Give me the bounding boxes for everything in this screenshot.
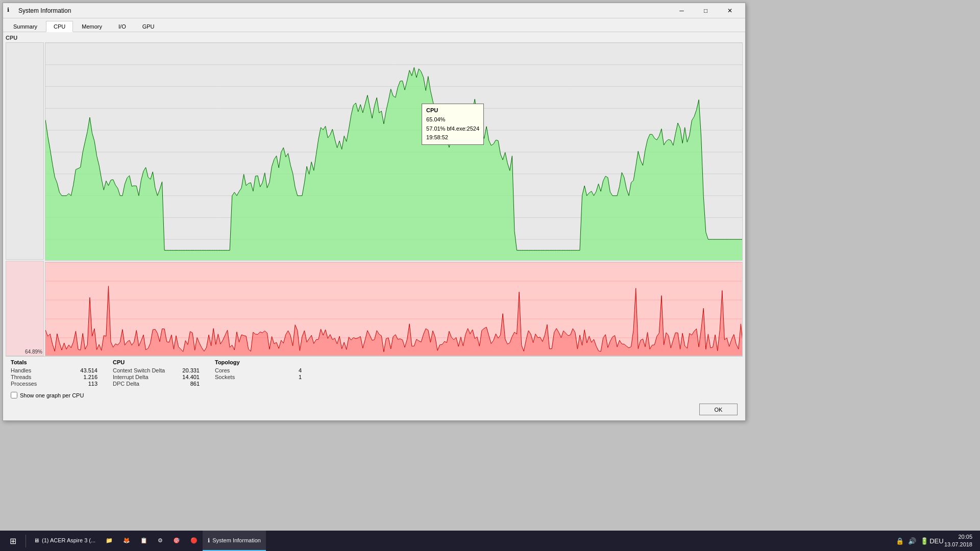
show-one-graph-label: Show one graph per CPU: [20, 392, 84, 398]
taskbar-tray: 🔒 🔊 🔋 DEU 20:05 13.07.2018: [895, 533, 977, 549]
tray-icon-audio[interactable]: 🔊: [907, 536, 917, 546]
tab-bar: Summary CPU Memory I/O GPU: [3, 18, 745, 32]
tab-io[interactable]: I/O: [111, 21, 134, 32]
cpu-stats-section: CPU Context Switch Delta 20.331 Interrup…: [113, 359, 200, 387]
handles-value: 43.514: [72, 367, 97, 373]
window-icon: ℹ: [7, 7, 15, 15]
cpu-section-label: CPU: [6, 35, 743, 41]
taskbar-item-settings[interactable]: ⚙: [153, 531, 168, 551]
show-one-graph-checkbox[interactable]: [11, 392, 17, 398]
window-title: System Information: [18, 7, 670, 14]
tray-icon-lang[interactable]: DEU: [932, 536, 942, 546]
percent-label: 64.89%: [25, 349, 42, 355]
threads-value: 1.216: [72, 374, 97, 380]
taskbar-separator-1: [26, 535, 26, 547]
ok-button[interactable]: OK: [699, 404, 738, 415]
cores-value: 4: [276, 367, 302, 373]
title-bar: ℹ System Information ─ □ ✕: [3, 3, 745, 18]
sockets-label: Sockets: [215, 374, 271, 380]
tab-memory[interactable]: Memory: [74, 21, 110, 32]
taskbar-item-acer-label: (1) ACER Aspire 3 (...: [42, 537, 95, 543]
dpc-label: DPC Delta: [113, 381, 169, 387]
taskbar-item-notepad[interactable]: 📋: [135, 531, 153, 551]
taskbar-item-bf4-icon: 🎯: [173, 537, 180, 544]
dpc-value: 861: [174, 381, 200, 387]
context-switch-row: Context Switch Delta 20.331: [113, 367, 200, 373]
cpu-stats-title: CPU: [113, 359, 200, 365]
sockets-value: 1: [276, 374, 302, 380]
cores-row: Cores 4: [215, 367, 302, 373]
tray-icons: 🔒 🔊 🔋 DEU: [895, 536, 942, 546]
processes-value: 113: [72, 381, 97, 387]
interrupt-value: 14.401: [174, 374, 200, 380]
tray-icon-network[interactable]: 🔒: [895, 536, 905, 546]
totals-section: Totals Handles 43.514 Threads 1.216 Proc…: [11, 359, 97, 387]
threads-label: Threads: [11, 374, 67, 380]
system-information-window: ℹ System Information ─ □ ✕ Summary CPU M…: [3, 3, 746, 421]
tab-cpu[interactable]: CPU: [46, 21, 73, 32]
processes-row: Processes 113: [11, 381, 97, 387]
interrupt-row: Interrupt Delta 14.401: [113, 374, 200, 380]
taskbar-item-settings-icon: ⚙: [158, 537, 163, 544]
taskbar-item-notepad-icon: 📋: [140, 537, 148, 544]
close-button[interactable]: ✕: [718, 3, 741, 18]
start-button[interactable]: ⊞: [3, 531, 23, 551]
taskbar-item-bf4[interactable]: 🎯: [168, 531, 185, 551]
y-axis-bottom: 64.89%: [6, 261, 44, 357]
sockets-row: Sockets 1: [215, 374, 302, 380]
totals-title: Totals: [11, 359, 97, 365]
tray-lang-label: DEU: [929, 537, 943, 545]
taskbar-item-explorer[interactable]: 📁: [101, 531, 118, 551]
y-axis-main: [6, 42, 44, 260]
taskbar-items: 🖥 (1) ACER Aspire 3 (... 📁 🦊 📋 ⚙ 🎯 🔴 ℹ S…: [29, 531, 895, 551]
taskbar-item-sysinfo-icon: ℹ: [208, 537, 210, 544]
context-switch-value: 20.331: [174, 367, 200, 373]
taskbar-item-vlc-icon: 🔴: [190, 537, 198, 544]
charts-container: CPU 65.04% 57.01% bf4.exe:2524 19:58:52: [45, 42, 743, 356]
cores-label: Cores: [215, 367, 271, 373]
maximize-button[interactable]: □: [694, 3, 717, 18]
graph-area: 64.89% CPU 65.04% 57.01% bf4.exe:2524 19…: [6, 42, 743, 356]
content-area: CPU 64.89% CPU: [3, 32, 745, 420]
context-switch-label: Context Switch Delta: [113, 367, 169, 373]
dpc-row: DPC Delta 861: [113, 381, 200, 387]
processes-label: Processes: [11, 381, 67, 387]
title-bar-buttons: ─ □ ✕: [670, 3, 741, 18]
checkbox-row: Show one graph per CPU: [6, 389, 743, 401]
interrupt-chart: [45, 262, 743, 356]
clock-time: 20:05: [944, 533, 972, 541]
taskbar-item-sysinfo[interactable]: ℹ System Information: [203, 531, 266, 551]
info-panel: Totals Handles 43.514 Threads 1.216 Proc…: [6, 356, 743, 389]
ok-area: OK: [6, 401, 743, 418]
taskbar-item-explorer-icon: 📁: [106, 537, 113, 544]
handles-label: Handles: [11, 367, 67, 373]
taskbar-item-vlc[interactable]: 🔴: [185, 531, 203, 551]
tab-gpu[interactable]: GPU: [135, 21, 162, 32]
main-cpu-chart: CPU 65.04% 57.01% bf4.exe:2524 19:58:52: [45, 42, 743, 261]
taskbar-item-firefox[interactable]: 🦊: [118, 531, 135, 551]
handles-row: Handles 43.514: [11, 367, 97, 373]
taskbar-item-firefox-icon: 🦊: [123, 537, 130, 544]
tray-icon-battery[interactable]: 🔋: [919, 536, 929, 546]
interrupt-label: Interrupt Delta: [113, 374, 169, 380]
topology-section: Topology Cores 4 Sockets 1: [215, 359, 302, 387]
taskbar-item-acer-icon: 🖥: [34, 537, 39, 543]
y-axis-area: 64.89%: [6, 42, 44, 356]
topology-title: Topology: [215, 359, 302, 365]
taskbar-item-acer[interactable]: 🖥 (1) ACER Aspire 3 (...: [29, 531, 101, 551]
system-clock[interactable]: 20:05 13.07.2018: [944, 533, 972, 549]
clock-date: 13.07.2018: [944, 541, 972, 548]
tab-summary[interactable]: Summary: [6, 21, 45, 32]
taskbar: ⊞ 🖥 (1) ACER Aspire 3 (... 📁 🦊 📋 ⚙ 🎯 🔴 ℹ…: [0, 531, 980, 551]
threads-row: Threads 1.216: [11, 374, 97, 380]
taskbar-item-sysinfo-label: System Information: [212, 537, 261, 543]
minimize-button[interactable]: ─: [670, 3, 693, 18]
